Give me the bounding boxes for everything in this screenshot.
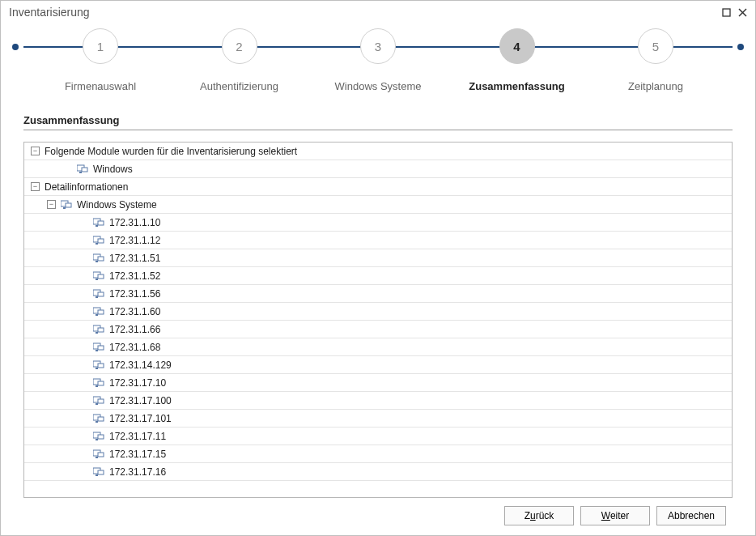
close-button[interactable] (734, 4, 750, 20)
computer-icon (93, 271, 104, 281)
computer-icon (93, 360, 104, 370)
tree-row[interactable]: 172.31.17.16 (24, 463, 732, 481)
tree-row-label: 172.31.1.52 (109, 270, 160, 282)
tree-row-label: Windows Systeme (77, 199, 157, 211)
wizard-content: 1Firmenauswahl2Authentifizierung3Windows… (1, 23, 755, 535)
tree-row-label: Windows (93, 164, 133, 175)
step-label: Zusammenfassung (469, 80, 564, 92)
svg-rect-26 (98, 310, 104, 314)
tree-row[interactable]: 172.31.1.51 (24, 249, 732, 267)
svg-rect-23 (98, 292, 104, 296)
step-2[interactable]: 2Authentifizierung (179, 28, 300, 92)
step-3[interactable]: 3Windows Systeme (317, 28, 439, 92)
tree-row[interactable]: 172.31.17.101 (24, 410, 732, 428)
computer-icon (93, 236, 104, 245)
computer-icon (93, 414, 104, 423)
close-icon (738, 8, 747, 17)
collapse-icon[interactable]: − (31, 182, 40, 191)
tree-row-label: 172.31.1.68 (109, 342, 160, 353)
tree-row-label: 172.31.17.16 (109, 466, 166, 478)
tree-row[interactable]: 172.31.1.68 (24, 338, 732, 356)
cancel-button[interactable]: Abbrechen (656, 506, 726, 525)
tree-row-label: 172.31.1.60 (109, 306, 160, 317)
svg-rect-32 (98, 346, 104, 350)
tree-row-label: 172.31.1.66 (109, 324, 160, 335)
svg-rect-17 (98, 257, 104, 261)
computer-icon (93, 432, 104, 441)
tree-row[interactable]: −Detailinformationen (24, 178, 732, 196)
tree-row-label: 172.31.17.100 (109, 395, 172, 406)
collapse-icon[interactable]: − (47, 200, 56, 209)
svg-rect-8 (66, 203, 71, 207)
tree-row[interactable]: 172.31.1.52 (24, 267, 732, 285)
svg-rect-53 (98, 470, 104, 474)
step-label: Windows Systeme (335, 80, 422, 92)
next-button[interactable]: Weiter (580, 506, 650, 525)
computer-icon (93, 253, 104, 263)
svg-rect-38 (98, 381, 104, 385)
computer-icon (93, 307, 104, 317)
tree-row[interactable]: 172.31.17.11 (24, 428, 732, 445)
svg-rect-11 (98, 221, 104, 225)
tree-scroll-area[interactable]: −Folgende Module wurden für die Inventar… (24, 143, 732, 497)
tree-row[interactable]: 172.31.14.129 (24, 356, 732, 374)
svg-rect-0 (723, 9, 730, 16)
back-button[interactable]: Zurück (504, 506, 574, 525)
computer-icon (93, 449, 104, 459)
step-label: Authentifizierung (200, 80, 278, 92)
tree-row[interactable]: −Windows Systeme (24, 196, 732, 214)
step-1[interactable]: 1Firmenauswahl (40, 28, 161, 92)
tree-row-label: 172.31.17.10 (109, 377, 166, 389)
computer-icon (93, 342, 104, 352)
computer-icon (93, 289, 104, 299)
tree-row[interactable]: 172.31.1.60 (24, 303, 732, 321)
svg-rect-50 (98, 453, 104, 457)
tree-row[interactable]: 172.31.17.10 (24, 374, 732, 392)
step-label: Zeitplanung (628, 80, 683, 92)
tree-row-label: 172.31.1.56 (109, 288, 160, 300)
inventory-wizard-window: Inventarisierung 1Firmenauswahl2Authenti… (0, 0, 756, 536)
step-circle: 4 (499, 28, 535, 64)
tree-row[interactable]: −Folgende Module wurden für die Inventar… (24, 143, 732, 160)
wizard-button-row: Zurück Weiter Abbrechen (23, 498, 733, 525)
step-4[interactable]: 4Zusammenfassung (457, 28, 578, 92)
step-circle: 2 (222, 28, 257, 64)
tree-row-label: 172.31.17.11 (109, 431, 166, 442)
svg-rect-44 (98, 417, 104, 421)
tree-row[interactable]: Windows (24, 160, 732, 178)
tree-row[interactable]: 172.31.1.66 (24, 321, 732, 338)
svg-rect-29 (98, 328, 104, 332)
section-divider (23, 130, 733, 130)
summary-tree: −Folgende Module wurden für die Inventar… (23, 142, 733, 498)
step-5[interactable]: 5Zeitplanung (595, 28, 716, 92)
tree-row-label: 172.31.17.15 (109, 449, 166, 460)
step-circle: 5 (638, 28, 673, 64)
computer-icon (93, 218, 104, 228)
tree-row-label: 172.31.14.129 (109, 359, 172, 371)
step-circle: 1 (83, 28, 118, 64)
computer-icon (93, 325, 104, 334)
section-title: Zusammenfassung (23, 114, 733, 126)
computer-icon (93, 467, 104, 477)
tree-row[interactable]: 172.31.1.10 (24, 214, 732, 232)
step-circle: 3 (360, 28, 396, 64)
tree-row-label: 172.31.1.51 (109, 253, 160, 264)
maximize-button[interactable] (718, 4, 734, 20)
svg-rect-35 (98, 364, 104, 368)
computer-icon (77, 164, 88, 174)
tree-row[interactable]: 172.31.17.100 (24, 392, 732, 410)
svg-rect-5 (82, 168, 87, 172)
computer-icon (93, 396, 104, 406)
tree-row-label: 172.31.1.10 (109, 217, 160, 228)
tree-row-label: 172.31.17.101 (109, 413, 172, 424)
tree-row-label: Detailinformationen (45, 181, 128, 193)
titlebar: Inventarisierung (1, 1, 755, 23)
computer-icon (61, 200, 72, 210)
tree-row-label: 172.31.1.12 (109, 235, 160, 246)
tree-row[interactable]: 172.31.17.15 (24, 445, 732, 463)
tree-row[interactable]: 172.31.1.12 (24, 232, 732, 249)
svg-rect-41 (98, 399, 104, 403)
tree-row[interactable]: 172.31.1.56 (24, 285, 732, 303)
svg-rect-20 (98, 274, 104, 279)
collapse-icon[interactable]: − (31, 147, 40, 155)
